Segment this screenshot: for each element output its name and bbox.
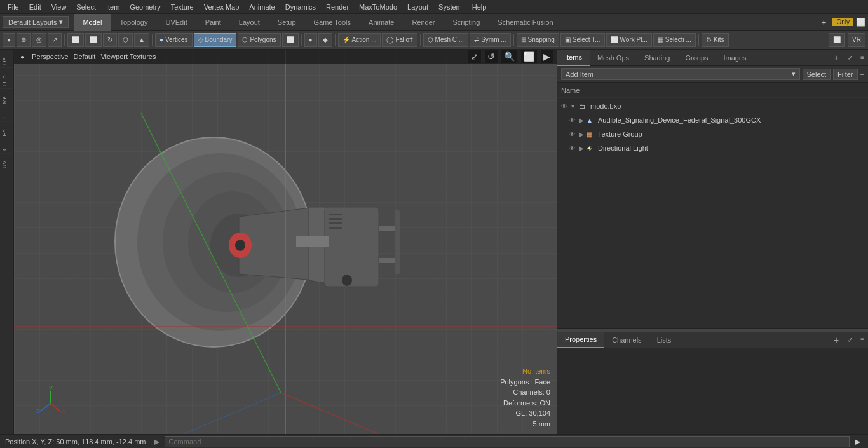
center-btn[interactable]: ◎ (32, 33, 46, 47)
viewport-textures-label[interactable]: Viewport Textures (100, 53, 156, 60)
tab-animate[interactable]: Animate (360, 14, 403, 31)
visibility-icon-texture[interactable]: 👁 (569, 131, 579, 138)
sidebar-tab-po[interactable]: Po... (0, 121, 13, 139)
add-tab-button[interactable]: + (829, 53, 844, 63)
edit-btn[interactable]: ⬜ (282, 33, 299, 47)
sphere-btn[interactable]: ● (304, 33, 317, 47)
selectt-btn[interactable]: ▣ Select T... (560, 33, 605, 47)
sidebar-tab-de[interactable]: De... (0, 50, 13, 67)
menu-edit[interactable]: Edit (24, 2, 46, 12)
sidebar-tab-uv[interactable]: UV... (0, 153, 13, 171)
menu-help[interactable]: Help (467, 2, 492, 12)
tab-scripting[interactable]: Scripting (444, 14, 489, 31)
tab-gametools[interactable]: Game Tools (305, 14, 360, 31)
viewport-toggle[interactable]: ● (18, 53, 27, 61)
arrow-btn[interactable]: ↗ (48, 33, 62, 47)
items-select-btn[interactable]: Select (803, 69, 831, 80)
menu-file[interactable]: File (3, 2, 24, 12)
menu-item[interactable]: Item (101, 2, 125, 12)
expand-icon-light[interactable]: ▶ (579, 145, 587, 152)
maximize-layout-button[interactable]: ⬜ (856, 18, 865, 27)
vr-btn[interactable]: VR (848, 33, 865, 47)
menu-texture[interactable]: Texture (166, 2, 199, 12)
tab-schematic[interactable]: Schematic Fusion (489, 14, 562, 31)
menu-dynamics[interactable]: Dynamics (280, 2, 321, 12)
menu-layout[interactable]: Layout (402, 2, 433, 12)
command-execute-button[interactable]: ▶ (852, 437, 863, 446)
tab-paint[interactable]: Paint (196, 14, 230, 31)
prop-panel-options-button[interactable]: ≡ (857, 336, 868, 343)
vertices-btn[interactable]: ● Vertices (155, 33, 193, 47)
sidebar-tab-c[interactable]: C... (0, 139, 13, 153)
polygons-btn[interactable]: ⬡ Polygons (238, 33, 280, 47)
tab-mesh-ops[interactable]: Mesh Ops (590, 50, 637, 66)
diamond-btn[interactable]: ◆ (318, 33, 332, 47)
items-filter-btn[interactable]: Filter (833, 69, 857, 80)
viewport[interactable]: ● Perspective Default Viewport Textures … (14, 50, 557, 434)
tab-uvedit[interactable]: UVEdit (156, 14, 196, 31)
viewport-perspective-label[interactable]: Perspective (32, 53, 68, 60)
boundary-btn[interactable]: ◇ Boundary (194, 33, 237, 47)
expand-prop-panel-button[interactable]: ⤢ (844, 336, 857, 343)
visibility-icon-light[interactable]: 👁 (569, 145, 579, 152)
menu-animate[interactable]: Animate (244, 2, 280, 12)
vp-options-btn[interactable]: ▶ (541, 50, 553, 63)
menu-view[interactable]: View (46, 2, 72, 12)
tab-model[interactable]: Model (74, 14, 111, 31)
snapping-btn[interactable]: ⊞ Snapping (517, 33, 559, 47)
view-btn[interactable]: ⬜ (829, 33, 845, 47)
expand-icon-modobxo[interactable]: ▾ (571, 103, 579, 110)
sidebar-tab-dup[interactable]: Dup... (0, 67, 13, 88)
tab-groups[interactable]: Groups (677, 50, 715, 66)
items-list[interactable]: 👁 ▾ 🗀 modo.bxo 👁 ▶ ▲ Audible (557, 98, 868, 328)
select-mode-btn[interactable]: ● (3, 33, 15, 47)
expand-icon-audible[interactable]: ▶ (579, 117, 587, 124)
tab-layout[interactable]: Layout (230, 14, 269, 31)
expand-icon-texture[interactable]: ▶ (579, 131, 587, 138)
tri-btn[interactable]: ▲ (134, 33, 149, 47)
rotate-btn[interactable]: ↻ (103, 33, 117, 47)
viewport-default-label[interactable]: Default (74, 53, 96, 60)
tree-item-modobxo[interactable]: 👁 ▾ 🗀 modo.bxo (559, 99, 867, 113)
command-input[interactable] (165, 436, 850, 447)
tab-setup[interactable]: Setup (269, 14, 305, 31)
tree-item-texture[interactable]: 👁 ▶ ▦ Texture Group (559, 127, 867, 141)
tree-item-audible[interactable]: 👁 ▶ ▲ Audible_Signaling_Device_Federal_S… (559, 113, 867, 127)
visibility-icon-audible[interactable]: 👁 (569, 117, 579, 124)
sidebar-tab-me[interactable]: Me... (0, 88, 13, 107)
vp-frame-btn[interactable]: ⬜ (521, 50, 537, 63)
expand-panel-button[interactable]: ⤢ (844, 54, 857, 61)
star-badge[interactable]: Only (832, 18, 853, 26)
tab-items[interactable]: Items (557, 50, 590, 66)
symm-btn[interactable]: ⇌ Symm ... (470, 33, 510, 47)
menu-geometry[interactable]: Geometry (125, 2, 165, 12)
vp-reset-btn[interactable]: ↺ (485, 50, 498, 63)
sidebar-tab-e[interactable]: E... (0, 107, 13, 121)
menu-maxtomodo[interactable]: MaxToModo (354, 2, 402, 12)
add-prop-tab-button[interactable]: + (829, 335, 844, 345)
tab-properties[interactable]: Properties (557, 332, 604, 348)
selecti-btn[interactable]: ▦ Selecti ... (653, 33, 696, 47)
workpl-btn[interactable]: ⬜ Work Pl... (606, 33, 652, 47)
menu-vertexmap[interactable]: Vertex Map (199, 2, 245, 12)
hex-btn[interactable]: ⬡ (118, 33, 133, 47)
kits-btn[interactable]: ⚙ Kits (702, 33, 729, 47)
tab-lists[interactable]: Lists (649, 332, 679, 348)
box-btn-2[interactable]: ⬜ (85, 33, 102, 47)
tree-item-light[interactable]: 👁 ▶ ☀ Directional Light (559, 141, 867, 155)
tab-channels[interactable]: Channels (604, 332, 649, 348)
box-btn-1[interactable]: ⬜ (67, 33, 84, 47)
panel-options-button[interactable]: ≡ (857, 54, 868, 61)
tab-shading[interactable]: Shading (637, 50, 677, 66)
action-btn[interactable]: ⚡ Action ... (338, 33, 381, 47)
menu-select[interactable]: Select (71, 2, 101, 12)
tab-images[interactable]: Images (716, 50, 754, 66)
falloff-btn[interactable]: ◯ Falloff (382, 33, 417, 47)
visibility-icon-modobxo[interactable]: 👁 (561, 103, 571, 110)
add-layout-button[interactable]: + (817, 17, 830, 27)
layout-dropdown[interactable]: Default Layouts ▾ (3, 16, 69, 28)
items-collapse-btn[interactable]: − (860, 71, 864, 78)
world-btn[interactable]: ⊕ (17, 33, 31, 47)
tab-render[interactable]: Render (403, 14, 444, 31)
tab-topology[interactable]: Topology (111, 14, 156, 31)
